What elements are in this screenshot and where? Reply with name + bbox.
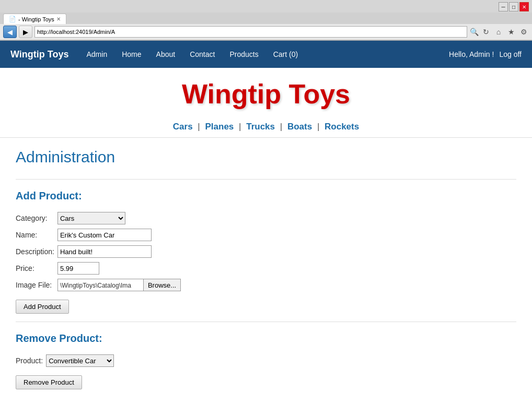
browser-toolbar: ◀ ▶ 🔍 ↻ ⌂ ★ ⚙ [0,24,532,40]
address-input[interactable] [34,26,467,38]
description-row: Description: [16,243,184,260]
file-input-row: \WingtipToys\Catalog\Ima Browse... [57,279,181,291]
home-icon[interactable]: ⌂ [493,27,504,37]
section-divider-add [16,179,516,180]
minimize-button[interactable]: ─ [499,2,508,11]
cat-planes[interactable]: Planes [205,122,234,132]
nav-cart[interactable]: Cart (0) [266,42,305,67]
toolbar-icons: ⌂ ★ ⚙ [493,27,529,37]
product-select[interactable]: Convertible Car Sports Car Racing Car [46,354,114,367]
navbar: Wingtip Toys Admin Home About Contact Pr… [0,41,532,68]
price-label: Price: [16,264,34,272]
browse-button[interactable]: Browse... [144,279,181,291]
category-select[interactable]: Cars Planes Trucks Boats Rockets [57,212,125,224]
name-row: Name: [16,227,184,243]
image-file-label: Image File: [16,281,52,289]
category-links: Cars | Planes | Trucks | Boats | Rockets [0,112,532,137]
category-row: Category: Cars Planes Trucks Boats Rocke… [16,210,184,227]
remove-product-button[interactable]: Remove Product [16,375,82,389]
tab-title: - Wingtip Toys [18,16,54,22]
cat-boats[interactable]: Boats [287,122,312,132]
tab-close-icon[interactable]: ✕ [56,16,61,22]
nav-home[interactable]: Home [114,42,148,67]
add-product-form: Category: Cars Planes Trucks Boats Rocke… [16,210,184,293]
section-divider-top [0,137,532,138]
site-title: Wingtip Toys [0,68,532,112]
file-path-display: \WingtipToys\Catalog\Ima [57,279,144,291]
nav-about[interactable]: About [149,42,183,67]
refresh-icon[interactable]: ↻ [481,27,491,37]
category-label: Category: [16,214,48,222]
sep2: | [239,122,241,132]
sep4: | [317,122,319,132]
description-input[interactable] [57,245,152,258]
settings-icon[interactable]: ⚙ [518,27,529,37]
browser-chrome: ─ □ ✕ 📄 - Wingtip Toys ✕ ◀ ▶ 🔍 ↻ ⌂ ★ ⚙ [0,0,532,41]
forward-button[interactable]: ▶ [19,26,32,38]
add-product-title: Add Product: [16,190,516,202]
page-title: Administration [16,148,516,166]
description-label: Description: [16,247,54,256]
name-input[interactable] [57,229,152,241]
image-file-row: Image File: \WingtipToys\Catalog\Ima Bro… [16,277,184,293]
browser-titlebar: ─ □ ✕ [0,0,532,13]
back-button[interactable]: ◀ [3,26,17,38]
close-button[interactable]: ✕ [519,2,529,11]
product-label: Product: [16,357,43,365]
navbar-brand: Wingtip Toys [10,49,69,60]
nav-products[interactable]: Products [222,42,265,67]
browser-tab[interactable]: 📄 - Wingtip Toys ✕ [3,14,66,24]
price-row: Price: [16,260,184,277]
product-row: Product: Convertible Car Sports Car Raci… [16,352,117,369]
remove-product-title: Remove Product: [16,332,516,344]
add-product-button[interactable]: Add Product [16,300,69,314]
remove-product-section: Remove Product: Product: Convertible Car… [16,332,516,389]
nav-hello: Hello, Admin ! [449,50,494,58]
cat-cars[interactable]: Cars [173,122,193,132]
remove-product-form: Product: Convertible Car Sports Car Raci… [16,352,117,369]
nav-contact[interactable]: Contact [182,42,222,67]
tab-icon: 📄 [9,16,16,22]
search-icon[interactable]: 🔍 [469,27,479,37]
favorites-icon[interactable]: ★ [506,27,516,37]
price-input[interactable] [57,262,99,275]
name-label: Name: [16,231,37,239]
nav-right: Hello, Admin ! Log off [449,50,522,58]
cat-trucks[interactable]: Trucks [246,122,275,132]
address-bar: 🔍 ↻ [34,26,491,38]
main-content: Administration Add Product: Category: Ca… [0,148,532,404]
nav-links: Admin Home About Contact Products Cart (… [79,42,449,67]
browser-tabs: 📄 - Wingtip Toys ✕ [0,13,532,24]
cat-rockets[interactable]: Rockets [325,122,359,132]
add-product-section: Add Product: Category: Cars Planes Truck… [16,190,516,314]
logoff-link[interactable]: Log off [499,50,522,58]
section-divider-remove [16,322,516,322]
sep3: | [280,122,282,132]
maximize-button[interactable]: □ [509,2,518,11]
nav-admin[interactable]: Admin [79,42,115,67]
sep1: | [198,122,200,132]
